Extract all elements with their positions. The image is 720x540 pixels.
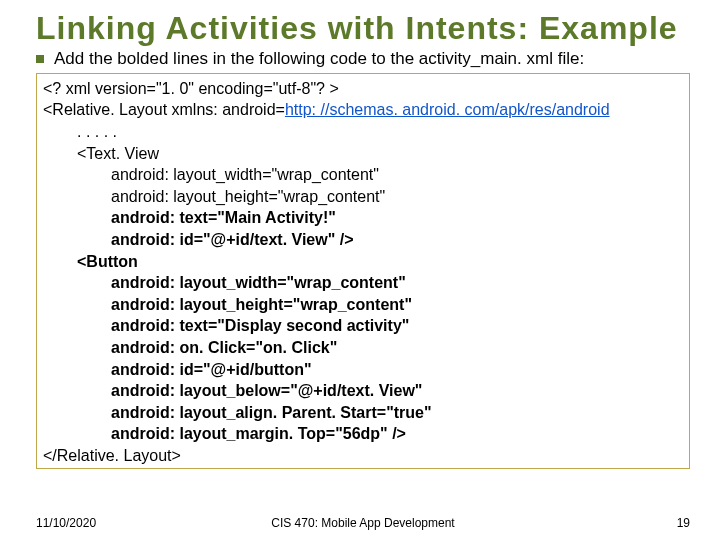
code-line: android: id="@+id/button": [43, 359, 683, 381]
code-line: android: layout_width="wrap_content": [43, 164, 683, 186]
code-line: android: layout_align. Parent. Start="tr…: [43, 402, 683, 424]
code-line: android: layout_height="wrap_content": [43, 294, 683, 316]
bullet-text: Add the bolded lines in the following co…: [54, 49, 584, 69]
slide: Linking Activities with Intents: Example…: [0, 0, 720, 540]
code-text: <Relative. Layout xmlns: android=: [43, 101, 285, 118]
code-line: android: layout_below="@+id/text. View": [43, 380, 683, 402]
bullet-row: Add the bolded lines in the following co…: [36, 49, 690, 69]
footer-course: CIS 470: Mobile App Development: [36, 516, 690, 530]
code-line: <Text. View: [43, 143, 683, 165]
footer: 11/10/2020 CIS 470: Mobile App Developme…: [36, 516, 690, 530]
code-line: android: id="@+id/text. View" />: [43, 229, 683, 251]
code-line: android: layout_margin. Top="56dp" />: [43, 423, 683, 445]
bullet-icon: [36, 55, 44, 63]
code-line: <? xml version="1. 0" encoding="utf-8"? …: [43, 78, 683, 100]
code-line: <Relative. Layout xmlns: android=http: /…: [43, 99, 683, 121]
slide-title: Linking Activities with Intents: Example: [36, 10, 690, 47]
schema-link[interactable]: http: //schemas. android. com/apk/res/an…: [285, 101, 610, 118]
code-line: android: text="Display second activity": [43, 315, 683, 337]
code-line: <Button: [43, 251, 683, 273]
code-box: <? xml version="1. 0" encoding="utf-8"? …: [36, 73, 690, 470]
code-line: android: text="Main Activity!": [43, 207, 683, 229]
code-line: android: layout_width="wrap_content": [43, 272, 683, 294]
code-line: . . . . .: [43, 121, 683, 143]
code-line: </Relative. Layout>: [43, 445, 683, 467]
code-line: android: layout_height="wrap_content": [43, 186, 683, 208]
code-line: android: on. Click="on. Click": [43, 337, 683, 359]
